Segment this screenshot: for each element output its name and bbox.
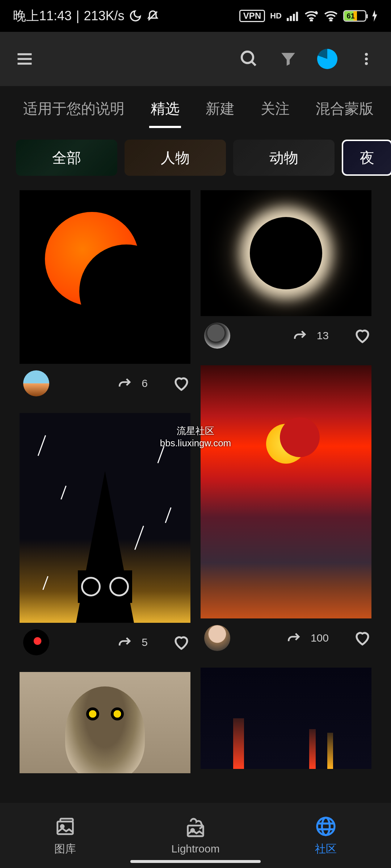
tab-new[interactable]: 新建 (193, 88, 248, 128)
thumb-owl[interactable] (20, 672, 190, 773)
thumb-eclipse[interactable] (201, 190, 371, 316)
more-button[interactable] (353, 46, 379, 72)
status-right: VPN HD 61 (239, 10, 378, 22)
tab-follow[interactable]: 关注 (248, 88, 303, 128)
like-button[interactable] (353, 327, 371, 345)
moon-icon (129, 9, 142, 22)
thumb-tower[interactable] (20, 413, 190, 623)
hamburger-icon (15, 50, 34, 68)
vpn-indicator: VPN (239, 10, 265, 22)
funnel-icon (279, 50, 297, 68)
nav-library[interactable]: 图库 (0, 803, 130, 868)
more-vert-icon (358, 51, 374, 67)
share-button[interactable] (291, 327, 310, 345)
heart-icon (173, 634, 190, 651)
author-avatar[interactable] (204, 323, 230, 349)
charging-icon (371, 10, 378, 22)
nav-label: 图库 (54, 842, 76, 856)
svg-point-14 (365, 53, 368, 56)
like-button[interactable] (172, 374, 190, 392)
feed: 6 5 (0, 190, 391, 783)
author-avatar[interactable] (23, 629, 49, 655)
heart-icon (173, 375, 190, 392)
share-count: 100 (311, 632, 329, 644)
share-icon (118, 376, 133, 391)
nav-community[interactable]: 社区 (261, 803, 391, 868)
tab-remix[interactable]: 混合蒙版 (303, 88, 387, 128)
mute-icon (146, 9, 159, 22)
svg-point-15 (365, 58, 368, 60)
feed-col-left: 6 5 (20, 190, 190, 783)
card-meta: 6 (20, 364, 190, 403)
status-bar: 晚上11:43 | 213K/s VPN HD 61 (0, 0, 391, 32)
nav-label: 社区 (315, 842, 337, 856)
app-bar (0, 32, 391, 86)
feed-col-right: 13 100 (201, 190, 371, 783)
svg-rect-4 (296, 12, 298, 21)
hd-indicator: HD (270, 11, 282, 21)
share-count: 13 (317, 329, 329, 342)
card-tower[interactable]: 5 (20, 413, 190, 662)
svg-point-5 (311, 20, 312, 21)
share-icon (118, 635, 133, 650)
card-crescent[interactable]: 6 (20, 190, 190, 403)
svg-rect-2 (290, 16, 292, 21)
chip-animals[interactable]: 动物 (233, 140, 335, 176)
storage-pie-icon (317, 49, 337, 69)
thumb-sunset[interactable] (201, 365, 371, 618)
share-count: 5 (142, 636, 148, 648)
svg-point-22 (317, 818, 335, 835)
share-button[interactable] (116, 633, 134, 651)
svg-point-23 (322, 818, 329, 835)
thumb-crescent[interactable] (20, 190, 190, 364)
card-eclipse[interactable]: 13 (201, 190, 371, 355)
menu-button[interactable] (12, 46, 38, 72)
card-city[interactable] (201, 668, 371, 769)
tab-for-you[interactable]: 适用于您的说明 (10, 88, 138, 128)
card-meta: 100 (201, 618, 371, 658)
card-meta: 5 (20, 623, 190, 662)
card-meta: 13 (201, 316, 371, 355)
card-owl[interactable] (20, 672, 190, 773)
tabs: 适用于您的说明 精选 新建 关注 混合蒙版 (0, 86, 391, 129)
card-sunset[interactable]: 100 (201, 365, 371, 658)
svg-point-16 (365, 62, 368, 65)
share-button[interactable] (116, 374, 134, 392)
status-time: 晚上11:43 (13, 7, 72, 25)
heart-icon (354, 327, 371, 344)
svg-rect-1 (287, 18, 289, 21)
battery-indicator: 61 (343, 10, 366, 22)
status-sep: | (76, 8, 79, 24)
svg-line-13 (252, 61, 256, 65)
home-indicator[interactable] (130, 860, 261, 863)
lightroom-icon (184, 816, 207, 839)
thumb-city[interactable] (201, 668, 371, 769)
chip-night[interactable]: 夜 (342, 140, 391, 176)
svg-point-8 (330, 20, 332, 21)
share-icon (293, 328, 308, 343)
profile-button[interactable] (314, 46, 340, 72)
author-avatar[interactable] (23, 370, 49, 396)
chip-people[interactable]: 人物 (125, 140, 226, 176)
like-button[interactable] (172, 633, 190, 651)
nav-lightroom[interactable]: Lightroom (130, 803, 261, 868)
author-avatar[interactable] (204, 625, 230, 651)
svg-point-12 (242, 52, 253, 63)
wifi-plus-icon (304, 10, 319, 21)
svg-rect-3 (293, 14, 295, 21)
status-left: 晚上11:43 | 213K/s (13, 7, 159, 25)
tab-featured[interactable]: 精选 (138, 88, 193, 128)
svg-rect-17 (58, 821, 73, 834)
svg-rect-18 (60, 818, 73, 821)
heart-icon (354, 629, 371, 647)
category-chips: 全部 人物 动物 夜 (0, 129, 391, 190)
bottom-nav: 图库 Lightroom 社区 (0, 803, 391, 868)
like-button[interactable] (353, 629, 371, 647)
globe-icon (314, 815, 337, 838)
chip-all[interactable]: 全部 (16, 140, 117, 176)
search-button[interactable] (236, 46, 262, 72)
filter-button[interactable] (275, 46, 301, 72)
share-icon (287, 630, 302, 646)
share-button[interactable] (285, 629, 303, 647)
signal-icon (287, 10, 299, 21)
